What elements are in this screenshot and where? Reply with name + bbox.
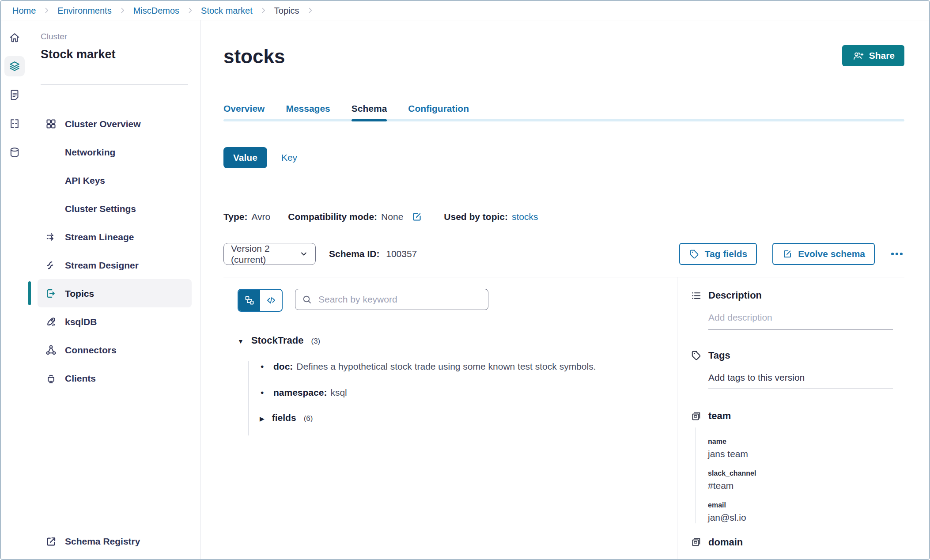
code-view-button[interactable] [260, 290, 282, 311]
value-subject-button[interactable]: Value [223, 147, 267, 168]
add-tags-field[interactable]: Add tags to this version [708, 372, 893, 389]
description-header: Description [691, 290, 893, 301]
search-icon [302, 294, 312, 305]
tree-node-fields[interactable]: ▶ fields (6) [249, 412, 664, 435]
sidebar-item-cluster-settings[interactable]: Cluster Settings [38, 194, 192, 223]
topics-icon [45, 287, 57, 299]
sidebar-item-stream-designer[interactable]: Stream Designer [38, 251, 192, 279]
main-content: stocks Share Overview Messages Schema Co… [201, 20, 929, 559]
topic-tabs: Overview Messages Schema Configuration [223, 103, 904, 121]
sidebar-item-api-keys[interactable]: API Keys [38, 166, 192, 194]
sidebar-item-schema-registry[interactable]: Schema Registry [38, 527, 192, 556]
business-metadata-icon [691, 411, 702, 422]
sidebar-item-label: Networking [65, 147, 115, 158]
sidebar-item-cluster-overview[interactable]: Cluster Overview [38, 110, 192, 138]
tab-overview[interactable]: Overview [223, 103, 265, 121]
chevron-right-icon [119, 7, 126, 14]
person-plus-icon [852, 50, 864, 62]
search-input[interactable] [295, 289, 488, 310]
metadata-title: domain [708, 537, 743, 548]
sidebar-item-connectors[interactable]: Connectors [38, 336, 192, 364]
sidebar-item-clients[interactable]: Clients [38, 364, 192, 392]
used-by-label: Used by topic: [444, 211, 508, 222]
sidebar-item-label: Stream Lineage [65, 231, 134, 242]
cluster-name: Stock market [41, 47, 188, 61]
tree-node-count: (6) [304, 414, 313, 423]
sidebar-item-ksqldb[interactable]: ksqlDB [38, 307, 192, 336]
metadata-title: team [708, 410, 731, 422]
metadata-field-value: #team [708, 477, 893, 491]
tags-header: Tags [691, 350, 893, 361]
edit-icon [782, 249, 793, 259]
schema-tree: ▼ StockTrade (3) doc:Defines a hypotheti… [238, 335, 664, 435]
tree-prop-namespace: namespace:ksql [249, 387, 664, 398]
add-description-field[interactable]: Add description [708, 312, 893, 329]
business-metadata-icon [691, 537, 702, 548]
business-metadata-team: team name jans team slack_channel #team … [691, 410, 893, 523]
rail-environments-button[interactable] [4, 56, 25, 76]
edit-compatibility-button[interactable] [411, 211, 423, 223]
connectors-icon [45, 344, 57, 356]
sidebar-footer-divider [41, 520, 188, 520]
schema-details-pane: Description Add description Tags Add tag… [677, 277, 904, 559]
rail-flink-button[interactable] [4, 114, 25, 134]
used-by-topic-link[interactable]: stocks [512, 211, 538, 222]
tag-fields-button[interactable]: Tag fields [679, 243, 757, 265]
view-toggle [238, 289, 283, 312]
stream-designer-icon [45, 259, 57, 271]
team-fields: name jans team slack_channel #team email… [696, 428, 893, 523]
version-actions: Tag fields Evolve schema [679, 243, 904, 265]
chevron-right-icon [260, 7, 267, 14]
title-row: stocks Share [223, 45, 904, 68]
tree-node-name: StockTrade [251, 335, 304, 346]
version-select[interactable]: Version 2 (current) [223, 243, 316, 265]
tree-children: doc:Defines a hypothetical stock trade u… [248, 361, 664, 435]
chevron-right-icon [186, 7, 194, 14]
rail-documents-button[interactable] [4, 85, 25, 105]
rail-home-button[interactable] [4, 27, 25, 48]
sidebar-item-topics[interactable]: Topics [38, 279, 192, 307]
share-button[interactable]: Share [842, 45, 904, 66]
schema-id-value: 100357 [386, 249, 417, 259]
version-row: Version 2 (current) Schema ID: 100357 Ta… [223, 243, 904, 265]
sidebar-item-label: API Keys [65, 175, 105, 186]
sidebar-menu: Cluster Overview Networking API Keys Clu… [28, 110, 200, 392]
tag-icon [691, 350, 702, 361]
ellipsis-icon [889, 246, 904, 261]
metadata-field-label: slack_channel [708, 459, 893, 477]
clients-icon [45, 372, 57, 384]
sidebar-item-networking[interactable]: Networking [38, 138, 192, 166]
description-list-icon [691, 290, 702, 301]
chevron-right-icon [43, 7, 50, 14]
cluster-sidebar: Cluster Stock market Cluster Overview Ne… [28, 20, 201, 559]
breadcrumb-miscdemos[interactable]: MiscDemos [133, 5, 179, 16]
breadcrumb-environments[interactable]: Environments [57, 5, 111, 16]
stream-lineage-icon [45, 231, 57, 243]
tab-messages[interactable]: Messages [286, 103, 330, 121]
app-window: Home Environments MiscDemos Stock market… [0, 0, 930, 560]
caret-down-icon: ▼ [238, 338, 244, 345]
rail-database-button[interactable] [4, 142, 25, 163]
chevron-right-icon [306, 7, 314, 14]
chevron-down-icon [299, 249, 308, 259]
breadcrumb-home[interactable]: Home [12, 5, 36, 16]
more-actions-button[interactable] [889, 246, 904, 261]
breadcrumb-stock-market[interactable]: Stock market [201, 5, 253, 16]
tab-schema[interactable]: Schema [352, 103, 387, 121]
home-icon [8, 31, 21, 44]
sidebar-item-stream-lineage[interactable]: Stream Lineage [38, 223, 192, 251]
tag-fields-label: Tag fields [705, 249, 747, 259]
evolve-schema-button[interactable]: Evolve schema [772, 243, 875, 265]
sidebar-item-label: ksqlDB [65, 316, 97, 327]
tab-configuration[interactable]: Configuration [408, 103, 469, 121]
key-subject-link[interactable]: Key [281, 152, 297, 163]
schema-panel: ▼ StockTrade (3) doc:Defines a hypotheti… [223, 277, 904, 559]
type-value: Avro [251, 211, 270, 222]
icon-rail [1, 20, 28, 559]
schema-search [295, 289, 488, 312]
caret-right-icon: ▶ [260, 415, 265, 423]
tree-node-stocktrade[interactable]: ▼ StockTrade (3) [238, 335, 664, 346]
domain-header: domain [691, 537, 893, 548]
description-title: Description [708, 290, 762, 301]
tree-view-button[interactable] [238, 290, 260, 311]
